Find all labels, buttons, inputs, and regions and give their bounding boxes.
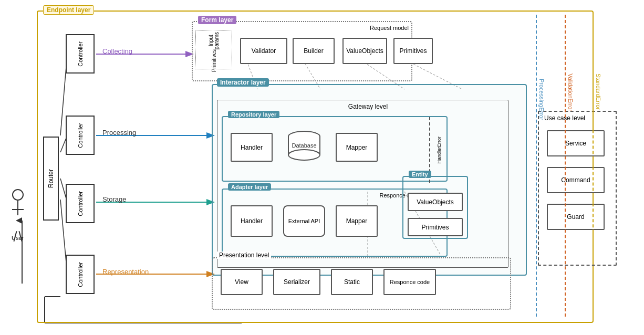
processing-error-label: ProcessingError: [538, 79, 545, 120]
responce-code-box: Responce code: [383, 269, 436, 295]
controller-2-label: Controller: [77, 123, 84, 148]
guard-box: Guard: [547, 204, 605, 230]
standard-error-line: [593, 15, 594, 317]
endpoint-layer-label: Endpoint layer: [43, 5, 94, 15]
service-box: Service: [547, 130, 605, 156]
router-label: Router: [47, 169, 55, 188]
repo-layer-label: Repository layer: [228, 111, 279, 118]
router-box: Router: [43, 137, 59, 221]
input-params-label: Input params: [208, 32, 220, 49]
user-figure: User: [12, 189, 24, 241]
command-box: Command: [547, 167, 605, 193]
interactor-layer: Interactor layer Gateway level Repositor…: [212, 84, 527, 276]
form-layer: Form layer Input params Primitives Valid…: [192, 21, 412, 81]
controller-2: Controller: [66, 116, 95, 155]
controller-1: Controller: [66, 34, 95, 74]
form-layer-label: Form layer: [198, 16, 236, 24]
controller-3-label: Controller: [77, 191, 84, 216]
entity-box: Entity ValueObjects Primitives: [402, 176, 468, 239]
mapper-repo-box: Mapper: [336, 133, 378, 162]
svg-point-22: [288, 150, 320, 160]
usecase-level: Use case level Service Command Guard: [538, 111, 617, 266]
handler-error-box: HandlerError: [429, 117, 448, 183]
view-box: View: [221, 269, 263, 295]
serializer-box: Serializer: [273, 269, 320, 295]
primitives-entity-box: Primitives: [408, 218, 463, 236]
static-box: Static: [331, 269, 373, 295]
validation-error-line: [565, 15, 566, 317]
valueobjects-form-box: ValueObjects: [342, 38, 387, 64]
row-label-collecting: Collecting: [102, 47, 132, 55]
builder-box: Builder: [293, 38, 335, 64]
controller-1-label: Controller: [77, 41, 84, 67]
validation-error-label: ValidationError: [567, 74, 574, 111]
mapper-adapter-box: Mapper: [336, 205, 378, 237]
diagram-container: Endpoint layer User Router Controller Co…: [5, 5, 636, 328]
interactor-layer-label: Interactor layer: [217, 78, 269, 87]
controller-4-label: Controller: [77, 262, 84, 287]
handler-adapter-box: Handler: [231, 205, 273, 237]
database-box: Database: [286, 130, 323, 164]
request-model-label: Request model: [370, 25, 409, 31]
row-label-processing: Processing: [102, 129, 136, 137]
handler-repo-box: Handler: [231, 133, 273, 162]
primitives-form-label: Primitives: [211, 49, 217, 72]
presentation-level: Presentation level View Serializer Stati…: [212, 257, 511, 310]
row-label-storage: Storage: [102, 195, 127, 203]
validator-box: Validator: [240, 38, 287, 64]
standard-error-label: StandardError: [595, 74, 601, 110]
controller-3: Controller: [66, 184, 95, 223]
external-api-box: External API: [283, 205, 325, 237]
gateway-level-label: Gateway level: [348, 103, 388, 110]
adapter-layer-label: Adapter layer: [228, 183, 271, 191]
presentation-level-label: Presentation level: [217, 252, 271, 259]
user-head: [12, 189, 24, 201]
row-label-representation: Representation: [102, 268, 149, 276]
controller-4: Controller: [66, 255, 95, 294]
svg-text:Database: Database: [292, 142, 316, 149]
entity-box-label: Entity: [409, 171, 431, 178]
primitives-req-box: Primitives: [393, 38, 433, 64]
valueobjects-entity-box: ValueObjects: [408, 193, 463, 211]
processing-error-line: [536, 15, 537, 317]
